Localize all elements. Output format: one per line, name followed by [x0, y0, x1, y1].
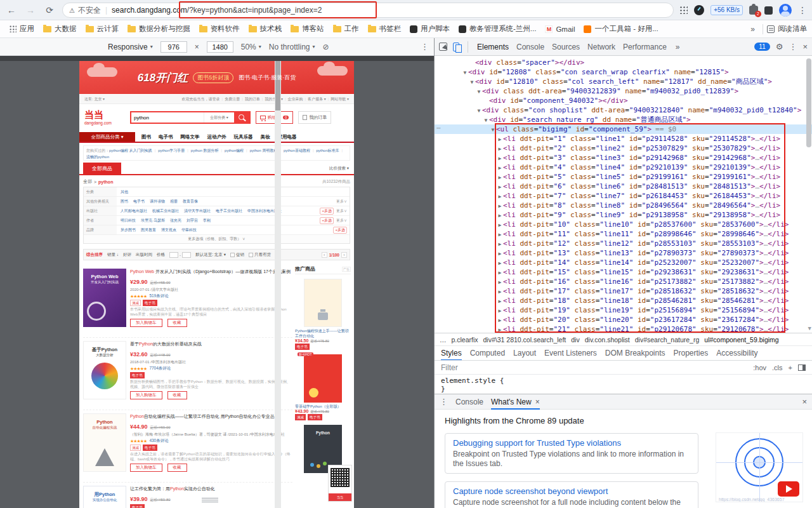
expand-arrow[interactable]: ▼: [462, 68, 468, 77]
browser-menu-icon[interactable]: ⋮: [798, 5, 807, 15]
dom-tree-node[interactable]: ▶<li ddt-pit="19" class="line19" id="p25…: [435, 305, 812, 315]
dom-tree-node[interactable]: ▶<li ddt-pit="20" class="line20" id="p23…: [435, 315, 812, 324]
dom-breadcrumb-item[interactable]: p.clearfix: [452, 336, 478, 344]
styles-filter-input[interactable]: Filter: [441, 363, 458, 372]
expand-arrow[interactable]: ▶: [497, 239, 503, 249]
sort-option[interactable]: 好评: [123, 252, 131, 258]
element-style-open[interactable]: element.style {: [441, 377, 806, 385]
drawer-close-icon[interactable]: ×: [802, 397, 807, 406]
elements-scrollbar[interactable]: [806, 58, 811, 147]
add-to-cart-button[interactable]: 加入购物车: [130, 319, 162, 327]
comments-link[interactable]: 7704条评论: [149, 366, 171, 371]
price-range-inputs[interactable]: -: [169, 252, 191, 258]
resize-handle[interactable]: [202, 498, 218, 503]
security-chip[interactable]: 不安全: [78, 5, 101, 16]
extension-icon[interactable]: [764, 6, 773, 15]
dom-tree-node[interactable]: ▶<li ddt-pit="3" class="line3" id="p2914…: [435, 153, 812, 163]
nav-item[interactable]: 电子书: [159, 134, 173, 140]
expand-arrow[interactable]: ▶: [497, 173, 503, 182]
product-cover[interactable]: 用Python实现办公自动化: [83, 486, 126, 508]
bookmark-item[interactable]: 用户脚本: [405, 22, 454, 36]
filter-footer-toggle[interactable]: 更多选项（价格、折扣、字数） ∨: [84, 235, 350, 243]
expand-arrow[interactable]: ▶: [497, 297, 503, 306]
favorite-button[interactable]: 收藏: [167, 464, 187, 472]
multi-select-button[interactable]: +多选: [320, 217, 334, 224]
expand-arrow[interactable]: ▶: [497, 277, 503, 287]
product-cover[interactable]: Python自动化编程实战: [83, 413, 126, 472]
utility-link[interactable]: 企业采购: [283, 97, 303, 102]
expand-arrow[interactable]: ▶: [497, 182, 503, 192]
bookmark-item[interactable]: 书签栏: [363, 22, 406, 36]
history-link[interactable]: python标准库: [313, 149, 339, 152]
toggle-device-toolbar-icon[interactable]: [453, 43, 459, 51]
sidebar-tab-properties[interactable]: Properties: [674, 345, 709, 361]
video-thumbnail[interactable]: https://blog.csdn.net/qq_4363657: [716, 432, 803, 502]
device-width-input[interactable]: 976: [160, 41, 187, 53]
history-link[interactable]: python 数据分析: [187, 149, 218, 152]
utility-link[interactable]: 免费注册: [220, 97, 240, 102]
filter-option[interactable]: 教育音像: [183, 199, 198, 204]
dom-tree-node[interactable]: ▶<li ddt-pit="18" class="line18" id="p28…: [435, 296, 812, 305]
qr-float-widget[interactable]: 当当: [328, 465, 352, 502]
sidebar-tab-accessibility[interactable]: Accessibility: [716, 345, 757, 361]
dom-tree-node[interactable]: ▶<li ddt-pit="10" class="line10" id="p28…: [435, 220, 812, 229]
product-cover[interactable]: Python Web开发从入门到实战: [83, 269, 126, 327]
throttling-select[interactable]: No throttling▾: [269, 43, 315, 51]
inspect-element-icon[interactable]: [439, 43, 447, 51]
sidebar-tab-computed[interactable]: Computed: [470, 345, 505, 361]
sort-option[interactable]: 出版时间: [136, 252, 152, 258]
bookmark-item[interactable]: MGmail: [540, 22, 579, 36]
expand-arrow[interactable]: ▶: [497, 192, 503, 201]
dom-tree-node[interactable]: ▶<li ddt-pit="7" class="line7" id="p2618…: [435, 191, 812, 201]
expand-arrow[interactable]: ▶: [497, 220, 503, 230]
dom-tree-node[interactable]: <div id="component_940032"></div>: [435, 96, 812, 105]
promo-checkbox[interactable]: 促销: [230, 252, 244, 258]
dom-tree-node[interactable]: <div class="spacer"></div>: [435, 58, 812, 67]
promoted-title-link[interactable]: 零基础学Python（全彩版）: [295, 404, 351, 409]
profile-avatar[interactable]: [779, 4, 792, 17]
selected-dom-node[interactable]: ▼<ul class="bigimg" id="component_59">==…: [435, 124, 812, 134]
device-type-select[interactable]: Responsive▾: [108, 43, 153, 51]
security-warning-icon[interactable]: ⚠: [69, 7, 75, 14]
more-toggle[interactable]: 更多∨: [336, 199, 347, 204]
all-categories-menu[interactable]: 全部商品分类 ▾: [79, 132, 135, 142]
product-title-link[interactable]: Python自动化编程实战——让繁琐工作自动化 用Python自动化办公专业丛书: [130, 413, 292, 419]
bookmark-item[interactable]: 技术栈: [244, 22, 287, 36]
nav-item[interactable]: 运动户外: [207, 134, 226, 140]
bookmark-item[interactable]: 应用: [5, 22, 39, 36]
expand-arrow[interactable]: ▼: [476, 106, 482, 116]
utility-link[interactable]: 网站导航 ▾: [326, 97, 349, 102]
devtools-tab-sources[interactable]: Sources: [549, 38, 583, 56]
history-link[interactable]: python编程 从入门到实践: [109, 149, 152, 152]
filter-option[interactable]: 埃里克·马瑟斯: [141, 218, 165, 224]
add-to-cart-button[interactable]: 加入购物车: [130, 464, 162, 472]
orders-button[interactable]: 我的订单: [298, 111, 331, 124]
more-toggle[interactable]: 更多∨: [336, 218, 347, 224]
expand-arrow[interactable]: ▶: [497, 258, 503, 268]
price-max-input[interactable]: [182, 252, 191, 258]
dom-breadcrumb-item[interactable]: …: [440, 336, 447, 344]
devtools-tab-network[interactable]: Network: [584, 38, 619, 56]
scrollbar-thumb[interactable]: [275, 61, 280, 110]
expand-arrow[interactable]: ▼: [490, 125, 496, 135]
nav-item[interactable]: 美妆: [261, 134, 270, 140]
dom-breadcrumb-item[interactable]: div.con.shoplist: [585, 336, 630, 344]
promoted-cover[interactable]: [304, 279, 342, 327]
new-style-rule-button[interactable]: +: [789, 364, 792, 371]
devtools-tab-console[interactable]: Console: [513, 38, 547, 56]
filter-option[interactable]: 华章科技: [181, 227, 197, 233]
filter-option[interactable]: 张光亮: [170, 218, 181, 224]
filter-option[interactable]: 机械工业出版社: [152, 208, 179, 214]
search-input[interactable]: [131, 112, 204, 123]
promoted-title-link[interactable]: Python编程快速上手——让繁琐工作自动化: [295, 328, 351, 338]
filter-option[interactable]: 刘宇宙: [187, 218, 198, 224]
expand-arrow[interactable]: ▶: [497, 325, 503, 333]
product-title-link[interactable]: 让工作化繁为简：用Python实现办公自动化: [130, 486, 292, 491]
whats-new-link[interactable]: Capture node screenshot beyond viewport: [453, 486, 690, 496]
bookmarks-overflow-chevron[interactable]: »: [747, 25, 759, 34]
address-bar[interactable]: ⚠ 不安全 | search.dangdang.com/?key=python&…: [62, 3, 674, 18]
bookmark-item[interactable]: 工作: [329, 22, 363, 36]
filter-option[interactable]: 电子工业出版社: [216, 208, 242, 214]
utility-link[interactable]: 欢迎光临当当，请登录: [182, 97, 220, 102]
in-stock-checkbox[interactable]: 只看有货: [249, 252, 271, 258]
